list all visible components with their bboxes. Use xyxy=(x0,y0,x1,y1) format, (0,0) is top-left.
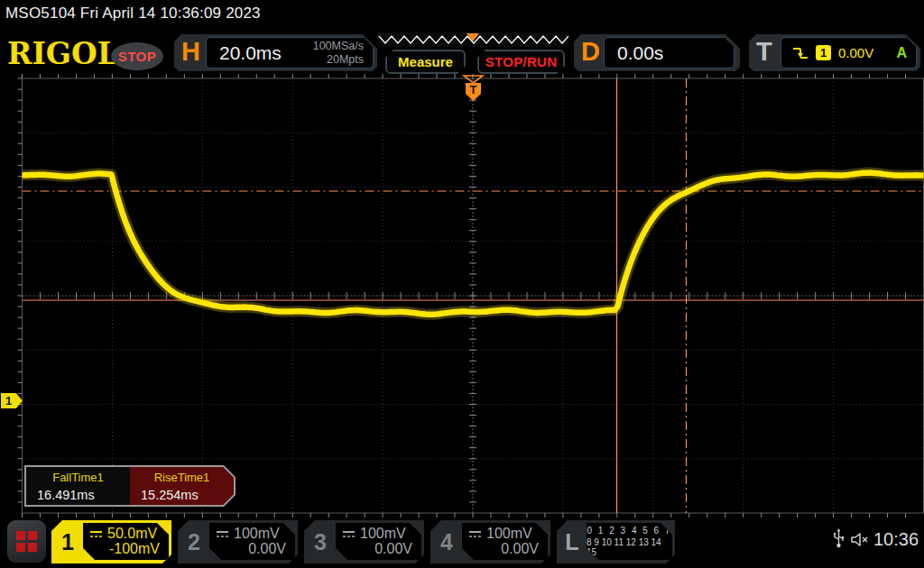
oscilloscope-screen: MSO5104 Fri April 14 10:36:09 2023 RIGOL… xyxy=(0,0,924,568)
channel-number: 4 xyxy=(430,520,463,563)
dc-coupling-icon xyxy=(89,530,103,538)
timebase-value: 20.0ms xyxy=(219,42,282,64)
dc-coupling-icon xyxy=(468,530,482,538)
channel-1-box[interactable]: 1 50.0mV -100mV xyxy=(51,520,171,563)
channel-number: 2 xyxy=(178,520,210,563)
logic-channels-box[interactable]: L 0 1 2 3 4 5 6 7 8 9 10 11 12 13 14 15 xyxy=(557,520,675,563)
measurement-value: 16.491ms xyxy=(26,488,130,502)
horizontal-timebase-box[interactable]: H 20.0ms 100MSa/s 20Mpts xyxy=(174,34,377,71)
grid-icon xyxy=(16,531,37,552)
stop-run-button[interactable]: STOP/RUN xyxy=(477,50,565,74)
delay-box[interactable]: D 0.00s xyxy=(574,34,740,71)
memory-depth: 20Mpts xyxy=(313,53,364,66)
delay-value: 0.00s xyxy=(617,42,663,64)
measurement-item-falltime[interactable]: FallTime1 16.491ms xyxy=(26,467,130,505)
logic-label: L xyxy=(557,520,587,563)
sample-rate: 100MSa/s xyxy=(313,40,364,52)
channel-scale: 100mV xyxy=(486,526,532,542)
speaker-muted-icon[interactable] xyxy=(850,532,871,551)
channel-scale: 50.0mV xyxy=(107,526,157,542)
t-label: T xyxy=(756,37,772,67)
channel-offset: 0.00V xyxy=(209,541,295,557)
trigger-box[interactable]: T 1 0.00V A xyxy=(749,34,920,71)
channel-scale: 100mV xyxy=(360,526,406,542)
trigger-level-value: 0.00V xyxy=(838,45,873,60)
logic-channels-row2: 8 9 10 11 12 13 14 15 xyxy=(587,537,672,557)
usb-icon xyxy=(832,528,845,553)
channel-3-box[interactable]: 3 100mV 0.00V xyxy=(304,520,424,563)
dc-coupling-icon xyxy=(216,530,229,538)
acquisition-status-badge: STOP xyxy=(111,42,163,70)
measurement-value: 15.254ms xyxy=(130,488,234,502)
h-label: H xyxy=(181,37,200,67)
clock: 10:36 xyxy=(873,529,919,550)
trigger-mode-indicator: A xyxy=(896,45,907,61)
channel-offset: 0.00V xyxy=(336,541,421,557)
trigger-position-marker-icon[interactable]: T xyxy=(462,75,485,102)
channel-offset: -100mV xyxy=(83,541,169,557)
logic-channels-row1: 0 1 2 3 4 5 6 7 xyxy=(587,526,672,536)
waveform-preview-strip[interactable] xyxy=(377,32,568,47)
trigger-source-badge: 1 xyxy=(816,45,831,60)
channel-4-box[interactable]: 4 100mV 0.00V xyxy=(430,520,550,563)
measurement-item-risetime[interactable]: RiseTime1 15.254ms xyxy=(130,467,234,505)
rigol-logo: RIGOL xyxy=(7,36,118,71)
measurement-label: FallTime1 xyxy=(26,471,130,484)
channel-2-box[interactable]: 2 100mV 0.00V xyxy=(178,520,298,563)
d-label: D xyxy=(581,37,600,67)
model-and-datetime: MSO5104 Fri April 14 10:36:09 2023 xyxy=(5,5,261,23)
svg-text:T: T xyxy=(470,83,477,96)
dc-coupling-icon xyxy=(342,530,356,538)
channel-offset: 0.00V xyxy=(462,541,548,557)
channel-scale: 100mV xyxy=(234,526,280,542)
menu-button[interactable] xyxy=(7,520,46,563)
measurement-panel: FallTime1 16.491ms RiseTime1 15.254ms xyxy=(24,465,236,507)
waveform-preview-zigzag-icon xyxy=(377,32,568,47)
measure-button[interactable]: Measure xyxy=(385,50,466,74)
measurement-label: RiseTime1 xyxy=(130,471,234,484)
acquisition-status-label: STOP xyxy=(118,49,157,64)
channel-number: 1 xyxy=(51,520,84,563)
channel-number: 3 xyxy=(304,520,337,563)
falling-edge-trigger-icon xyxy=(792,46,808,60)
graticule xyxy=(14,71,924,520)
